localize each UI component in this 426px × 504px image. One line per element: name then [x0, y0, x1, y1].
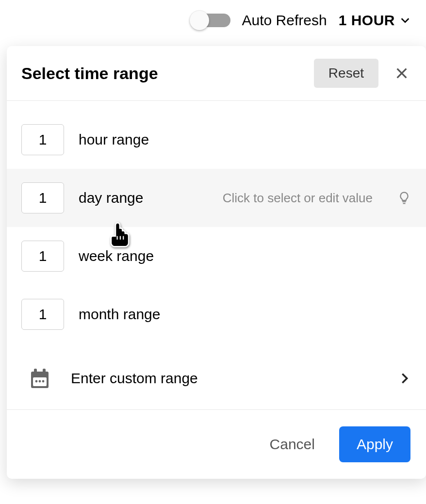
- month-value-input[interactable]: [21, 299, 64, 330]
- hover-hint-text: Click to select or edit value: [223, 191, 373, 206]
- time-range-popover: Select time range Reset hour range day r…: [7, 46, 426, 479]
- chevron-right-icon: [398, 372, 411, 385]
- auto-refresh-toggle[interactable]: [190, 12, 230, 29]
- week-value-input[interactable]: [21, 241, 64, 272]
- range-option-day[interactable]: day range Click to select or edit value: [7, 169, 426, 227]
- svg-point-6: [35, 380, 38, 383]
- range-option-week[interactable]: week range: [7, 227, 426, 285]
- lightbulb-icon: [397, 191, 411, 205]
- auto-refresh-label: Auto Refresh: [242, 12, 327, 29]
- range-options: hour range day range Click to select or …: [7, 101, 426, 410]
- hour-range-label: hour range: [79, 131, 149, 148]
- hour-value-input[interactable]: [21, 124, 64, 155]
- range-option-month[interactable]: month range: [7, 285, 426, 343]
- cancel-button[interactable]: Cancel: [259, 426, 326, 462]
- svg-point-7: [39, 380, 41, 383]
- apply-button[interactable]: Apply: [339, 426, 410, 462]
- popover-title: Select time range: [21, 64, 314, 83]
- popover-footer: Cancel Apply: [7, 410, 426, 479]
- time-range-dropdown[interactable]: 1 HOUR: [339, 12, 410, 29]
- popover-header: Select time range Reset: [7, 46, 426, 101]
- calendar-icon: [28, 367, 51, 390]
- custom-range-option[interactable]: Enter custom range: [7, 353, 426, 410]
- svg-point-8: [42, 380, 45, 383]
- chevron-down-icon: [400, 15, 410, 26]
- topbar: Auto Refresh 1 HOUR: [0, 0, 426, 47]
- week-range-label: week range: [79, 248, 154, 264]
- selected-range-value: 1 HOUR: [339, 12, 395, 29]
- day-range-label: day range: [79, 190, 143, 206]
- svg-rect-3: [34, 369, 37, 374]
- range-option-hour[interactable]: hour range: [7, 111, 426, 169]
- close-icon: [394, 65, 410, 81]
- custom-range-label: Enter custom range: [71, 370, 383, 387]
- reset-button[interactable]: Reset: [314, 59, 378, 88]
- toggle-thumb: [190, 11, 209, 30]
- svg-rect-4: [43, 369, 46, 374]
- month-range-label: month range: [79, 306, 160, 323]
- close-button[interactable]: [392, 64, 411, 83]
- day-value-input[interactable]: [21, 182, 64, 213]
